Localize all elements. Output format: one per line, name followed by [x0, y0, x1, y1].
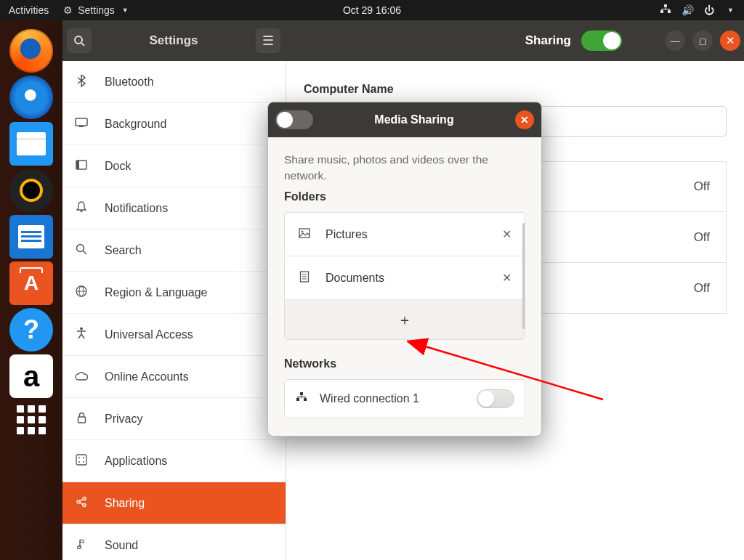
- folder-row-pictures[interactable]: Pictures ✕: [285, 213, 525, 256]
- system-menu-chevron-icon[interactable]: ▼: [727, 7, 734, 14]
- svg-rect-5: [662, 9, 663, 11]
- svg-point-32: [302, 231, 304, 233]
- power-indicator-icon[interactable]: ⏻: [704, 4, 714, 16]
- share-icon: [74, 496, 89, 511]
- svg-rect-42: [298, 397, 299, 399]
- svg-rect-0: [664, 4, 667, 7]
- sidebar-item-search[interactable]: Search: [62, 230, 286, 272]
- svg-rect-12: [76, 161, 79, 169]
- sidebar-item-label: Notifications: [105, 202, 168, 215]
- sidebar-item-sharing[interactable]: Sharing: [62, 482, 286, 524]
- add-folder-button[interactable]: ＋: [285, 300, 525, 339]
- network-toggle[interactable]: [477, 389, 514, 408]
- network-name: Wired connection 1: [320, 392, 419, 405]
- hamburger-menu-button[interactable]: ☰: [256, 28, 280, 53]
- sidebar-item-notifications[interactable]: Notifications: [62, 187, 286, 230]
- dock-libreoffice-writer[interactable]: [9, 215, 53, 259]
- sidebar-item-label: Sharing: [105, 497, 145, 510]
- dock-thunderbird[interactable]: [9, 76, 53, 119]
- media-sharing-toggle[interactable]: [275, 110, 313, 129]
- svg-point-13: [77, 244, 84, 251]
- activities-button[interactable]: Activities: [9, 4, 49, 16]
- music-note-icon: [74, 538, 89, 553]
- cloud-icon: [74, 370, 89, 384]
- svg-rect-20: [76, 455, 86, 465]
- sidebar-header-title: Settings: [96, 33, 251, 48]
- folder-row-documents[interactable]: Documents ✕: [285, 256, 525, 300]
- lock-icon: [74, 412, 89, 426]
- document-icon: [298, 271, 311, 285]
- window-maximize-button[interactable]: ◻: [692, 31, 713, 51]
- svg-rect-41: [298, 397, 306, 397]
- header-search-button[interactable]: [67, 28, 92, 53]
- sidebar-item-label: Dock: [105, 160, 131, 173]
- globe-icon: [74, 285, 89, 300]
- folder-remove-button[interactable]: ✕: [502, 271, 512, 285]
- svg-line-8: [81, 43, 84, 46]
- folders-section-label: Folders: [284, 190, 525, 203]
- network-indicator-icon[interactable]: [660, 4, 671, 17]
- sidebar-item-label: Privacy: [105, 413, 142, 426]
- sidebar-item-label: Bluetooth: [105, 76, 154, 89]
- clock[interactable]: Oct 29 16:06: [343, 4, 401, 16]
- sidebar-item-privacy[interactable]: Privacy: [62, 398, 286, 440]
- folder-name: Documents: [326, 272, 488, 285]
- sidebar-item-bluetooth[interactable]: Bluetooth: [62, 61, 286, 103]
- dock-help[interactable]: ?: [9, 308, 53, 352]
- sidebar-item-applications[interactable]: Applications: [62, 440, 286, 482]
- bell-icon: [74, 201, 89, 216]
- sidebar-item-label: Applications: [105, 455, 167, 468]
- settings-sidebar: Bluetooth Background Dock Notifications …: [62, 61, 286, 560]
- sidebar-item-universal-access[interactable]: Universal Access: [62, 314, 286, 356]
- svg-point-23: [78, 461, 80, 463]
- svg-rect-10: [79, 126, 84, 127]
- background-icon: [74, 118, 89, 131]
- svg-point-30: [78, 545, 81, 548]
- svg-rect-19: [78, 417, 85, 423]
- search-icon: [74, 243, 89, 258]
- window-minimize-button[interactable]: —: [665, 31, 685, 51]
- sidebar-item-sound[interactable]: Sound: [62, 524, 286, 560]
- dock-firefox[interactable]: [9, 29, 53, 73]
- dock-rhythmbox[interactable]: [9, 169, 53, 212]
- dock-ubuntu-software[interactable]: [9, 261, 53, 305]
- applications-icon: [74, 454, 89, 468]
- dock-show-applications[interactable]: [12, 401, 50, 439]
- folder-remove-button[interactable]: ✕: [502, 227, 512, 241]
- sidebar-item-label: Background: [105, 118, 166, 131]
- dock-files[interactable]: [9, 122, 53, 166]
- dialog-close-button[interactable]: ✕: [515, 110, 534, 129]
- svg-point-22: [83, 457, 84, 458]
- bluetooth-icon: [74, 74, 89, 90]
- svg-point-27: [83, 503, 86, 506]
- svg-line-29: [80, 503, 84, 505]
- networks-section-label: Networks: [284, 357, 525, 370]
- svg-rect-31: [299, 229, 310, 238]
- app-menu-settings[interactable]: ⚙ Settings ▼: [62, 4, 129, 16]
- window-close-button[interactable]: ✕: [720, 31, 740, 51]
- header-main-title: Sharing: [525, 33, 571, 48]
- computer-name-label: Computer Name: [304, 83, 727, 96]
- svg-point-24: [83, 461, 84, 463]
- volume-indicator-icon[interactable]: 🔊: [682, 4, 694, 16]
- sidebar-item-dock[interactable]: Dock: [62, 145, 286, 187]
- gear-icon: ⚙: [62, 4, 73, 16]
- svg-point-7: [75, 36, 82, 44]
- sharing-master-toggle[interactable]: [581, 31, 622, 51]
- dock: ?: [0, 20, 62, 560]
- chevron-down-icon: ▼: [122, 7, 129, 14]
- sidebar-item-online-accounts[interactable]: Online Accounts: [62, 356, 286, 398]
- folder-name: Pictures: [326, 228, 488, 241]
- svg-point-26: [83, 497, 86, 500]
- network-row: Wired connection 1: [284, 379, 525, 418]
- sidebar-item-label: Universal Access: [105, 328, 193, 341]
- svg-point-25: [77, 500, 80, 503]
- dock-amazon[interactable]: [9, 354, 53, 398]
- sidebar-item-label: Online Accounts: [105, 370, 189, 384]
- sidebar-item-background[interactable]: Background: [62, 103, 286, 145]
- wired-network-icon: [295, 392, 308, 405]
- svg-rect-9: [76, 118, 87, 126]
- sidebar-item-region-language[interactable]: Region & Language: [62, 272, 286, 314]
- sidebar-item-label: Search: [105, 244, 142, 257]
- svg-rect-6: [669, 9, 670, 11]
